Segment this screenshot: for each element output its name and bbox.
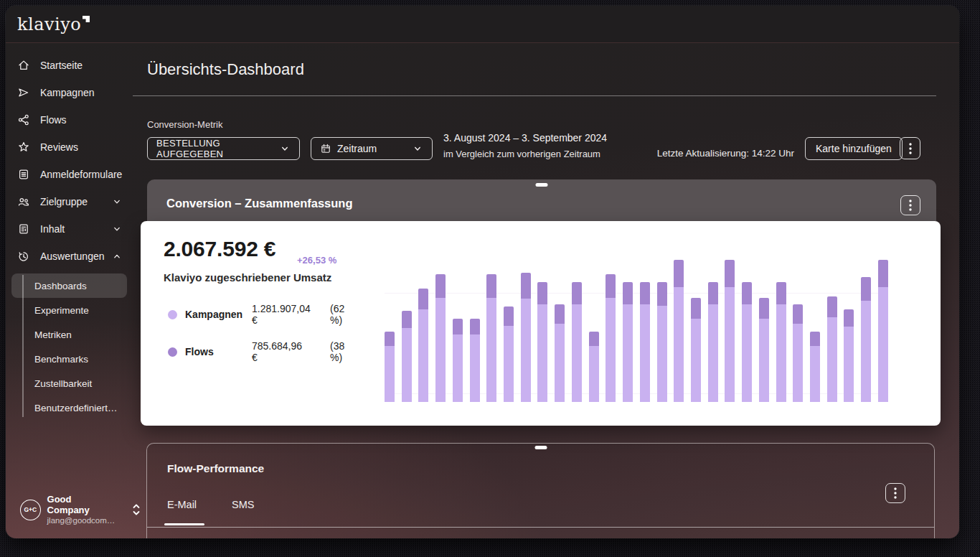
- sidebar-item-startseite[interactable]: Startseite: [6, 52, 133, 79]
- sidebar-item-kampagnen[interactable]: Kampagnen: [6, 79, 133, 106]
- sidebar-subitem-experimente[interactable]: Experimente: [11, 298, 127, 322]
- chart-bar[interactable]: [486, 274, 496, 402]
- chart-bar[interactable]: [623, 282, 633, 402]
- form-icon: [17, 168, 30, 181]
- chart-bar[interactable]: [606, 274, 616, 402]
- add-card-button[interactable]: Karte hinzufügen: [805, 137, 903, 160]
- sidebar-item-label: Anmeldeformulare: [40, 169, 122, 180]
- sidebar-subitem-dashboards[interactable]: Dashboards: [11, 273, 127, 298]
- desktop-background: klaviyo StartseiteKampagnenFlowsReviewsA…: [0, 0, 980, 557]
- chart-bar[interactable]: [810, 332, 820, 402]
- bar-segment-flows: [486, 274, 496, 298]
- bar-segment-flows: [674, 260, 684, 287]
- chart-bar[interactable]: [844, 309, 854, 402]
- chart-bar[interactable]: [402, 311, 412, 402]
- chart-bar[interactable]: [708, 282, 718, 402]
- conversion-metric-dropdown[interactable]: BESTELLUNG AUFGEGEBEN: [147, 137, 300, 160]
- chart-bar[interactable]: [589, 332, 599, 402]
- chart-bar[interactable]: [537, 282, 547, 402]
- chart-bar[interactable]: [674, 260, 684, 402]
- sidebar-subnav: DashboardsExperimenteMetrikenBenchmarksZ…: [6, 273, 133, 420]
- bar-segment-flows: [657, 282, 667, 306]
- drag-handle[interactable]: [536, 183, 548, 187]
- bar-segment-kampagnen: [708, 304, 718, 402]
- sidebar-subitem-metriken[interactable]: Metriken: [11, 322, 127, 347]
- sidebar-item-zielgruppe[interactable]: Zielgruppe: [6, 188, 133, 215]
- chart-bar[interactable]: [640, 282, 650, 402]
- chart-bar[interactable]: [776, 282, 786, 402]
- bar-segment-kampagnen: [878, 287, 888, 402]
- sidebar-item-auswertungen[interactable]: Auswertungen: [6, 243, 133, 270]
- app-window: klaviyo StartseiteKampagnenFlowsReviewsA…: [6, 6, 959, 538]
- flow-card-more-options-button[interactable]: [885, 483, 905, 503]
- account-switcher[interactable]: G+C Good Company jlang@goodcom…: [20, 494, 142, 525]
- topbar: klaviyo: [6, 6, 959, 43]
- chart-bar[interactable]: [418, 289, 428, 402]
- sidebar: StartseiteKampagnenFlowsReviewsAnmeldefo…: [6, 43, 133, 538]
- chart-bar[interactable]: [742, 282, 752, 402]
- chart-bar[interactable]: [521, 273, 531, 402]
- chart-bar[interactable]: [861, 277, 871, 402]
- sidebar-subitem-benchmarks[interactable]: Benchmarks: [11, 347, 127, 371]
- flow-icon: [17, 113, 30, 126]
- sidebar-item-label: Reviews: [40, 141, 78, 153]
- sidebar-subitem-zustellbarkeit[interactable]: Zustellbarkeit: [11, 371, 127, 395]
- chart-bar[interactable]: [878, 260, 888, 402]
- revenue-stacked-bar-chart: [385, 250, 888, 402]
- bar-segment-kampagnen: [572, 304, 582, 402]
- timeframe-dropdown[interactable]: Zeitraum: [311, 137, 433, 160]
- sidebar-item-flows[interactable]: Flows: [6, 106, 133, 134]
- flow-performance-card: Flow-Performance E-MailSMS: [146, 443, 935, 538]
- bar-segment-kampagnen: [537, 304, 547, 402]
- chart-bar[interactable]: [827, 296, 837, 402]
- bar-segment-flows: [640, 282, 650, 304]
- chart-bar[interactable]: [385, 332, 395, 402]
- chart-bar[interactable]: [555, 304, 565, 402]
- bar-segment-kampagnen: [657, 306, 667, 402]
- bar-segment-kampagnen: [470, 334, 480, 402]
- flow-card-divider: [147, 527, 934, 528]
- sidebar-item-reviews[interactable]: Reviews: [6, 134, 133, 161]
- sidebar-subitem-benutzerdefiniert[interactable]: Benutzerdefiniert…: [11, 395, 127, 420]
- dashboard-more-options-button[interactable]: [900, 137, 920, 159]
- chart-bar[interactable]: [572, 282, 582, 402]
- tab-sms[interactable]: SMS: [232, 499, 254, 510]
- chart-bar[interactable]: [793, 304, 803, 402]
- calendar-icon: [320, 143, 331, 154]
- bar-segment-flows: [691, 298, 701, 319]
- sidebar-item-label: Inhalt: [40, 223, 65, 235]
- drag-handle[interactable]: [534, 446, 547, 449]
- chart-bar[interactable]: [470, 319, 480, 402]
- chart-bar[interactable]: [504, 306, 514, 402]
- chart-bar[interactable]: [453, 319, 463, 402]
- bar-segment-flows: [537, 282, 547, 304]
- bar-segment-flows: [521, 273, 531, 299]
- tab-e-mail[interactable]: E-Mail: [167, 499, 197, 510]
- sidebar-item-label: Flows: [40, 114, 67, 126]
- chevron-down-icon: [111, 223, 123, 235]
- klaviyo-logo: klaviyo: [17, 14, 90, 34]
- bar-segment-kampagnen: [504, 326, 514, 402]
- kampagnen-dot-icon: [168, 310, 177, 319]
- chart-bar[interactable]: [691, 298, 701, 402]
- chevron-down-icon: [279, 143, 291, 154]
- chart-bar[interactable]: [435, 274, 446, 402]
- chart-bar[interactable]: [657, 282, 667, 402]
- chart-bar[interactable]: [725, 260, 735, 402]
- chart-bar[interactable]: [759, 298, 769, 402]
- sidebar-item-label: Zielgruppe: [40, 196, 88, 207]
- sidebar-nav: StartseiteKampagnenFlowsReviewsAnmeldefo…: [6, 43, 133, 270]
- send-icon: [17, 86, 30, 99]
- bar-segment-kampagnen: [725, 287, 735, 402]
- conversion-summary-header[interactable]: Conversion – Zusammenfassung: [147, 179, 936, 221]
- bar-segment-kampagnen: [793, 324, 803, 402]
- active-tab-underline: [164, 523, 204, 525]
- sidebar-item-anmeldeformulare[interactable]: Anmeldeformulare: [6, 161, 133, 188]
- sidebar-item-inhalt[interactable]: Inhalt: [6, 215, 133, 243]
- conversion-card-more-options-button[interactable]: [900, 195, 920, 215]
- sidebar-item-label: Kampagnen: [40, 87, 95, 98]
- legend-label: Kampagnen: [185, 309, 242, 320]
- timeframe-value: Zeitraum: [337, 143, 377, 154]
- avatar: G+C: [20, 500, 41, 520]
- bar-segment-kampagnen: [402, 328, 412, 402]
